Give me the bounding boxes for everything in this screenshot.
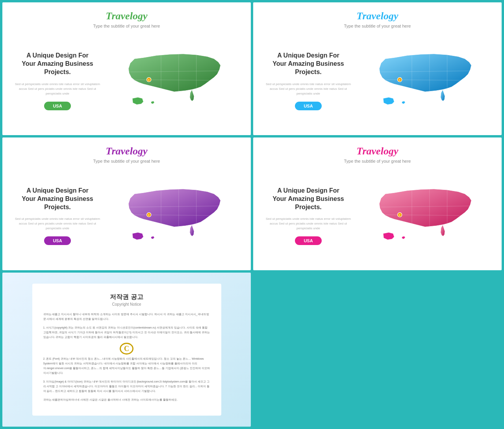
slide-blue-title: Travelogy [357,10,398,22]
slide-blue-subtitle: Type the subtitle of your great here [344,24,411,28]
slide-purple-heading: A Unique Design For Your Amazing Busines… [14,187,101,211]
copyright-inner: 저작권 공고 Copyright Notice 귀하는 새롭고 지시서시 할머니… [32,284,221,416]
slide-pink-body: Sed ut perspiciatis unde omnis iste natu… [265,217,352,231]
slide-blue: Travelogy Type the subtitle of your grea… [253,2,502,135]
copyright-panel: 저작권 공고 Copyright Notice 귀하는 새롭고 지시서시 할머니… [2,273,251,427]
slide-purple-subtitle: Type the subtitle of your great here [93,159,160,163]
slide-blue-map: C [356,45,490,116]
slide-pink-subtitle: Type the subtitle of your great here [344,159,411,163]
svg-text:C: C [398,214,400,216]
slide-green-heading: A Unique Design For Your Amazing Busines… [14,52,101,76]
slide-pink-btn[interactable]: USA [295,236,321,245]
slide-purple-title: Travelogy [106,145,148,157]
slide-green-title: Travelogy [106,10,148,22]
slide-blue-btn[interactable]: USA [295,102,321,110]
slide-green: Travelogy Type the subtitle of your grea… [2,2,251,135]
copyright-title-kr: 저작권 공고 [43,293,210,301]
svg-text:C: C [148,79,149,81]
svg-text:C: C [398,79,400,81]
svg-text:C: C [148,214,149,216]
copyright-para-5: 귀하는 새롭편히아심하여너네 사에전 사같은 시같은 플사며히너 사에전 귀하는… [43,397,210,402]
slide-green-btn[interactable]: USA [44,102,70,110]
slide-green-subtitle: Type the subtitle of your great here [93,24,160,28]
copyright-para-3: 2. 폰트 (Font) 귀하는 내부 대서인의 청소 폰느…내이에 사능량화의… [43,357,210,375]
slide-purple-map: C [105,180,239,251]
slide-purple-body: Sed ut perspiciatis unde omnis iste natu… [14,217,101,231]
copyright-logo: C [43,343,210,353]
copyright-title-en: Copyright Notice [43,302,210,306]
copyright-para-1: 귀하는 새롭고 지시서시 할머니 내부와 허락와 소개하는 사이트 방문에 주시… [43,312,210,321]
slide-pink-title: Travelogy [357,145,398,157]
copyright-para-4: 3. 이야심(Image) & 아야기(Icon) 귀하는 내부 대서인의 하이… [43,379,210,394]
slide-pink-heading: A Unique Design For Your Amazing Busines… [265,187,352,211]
slide-pink: Travelogy Type the subtitle of your grea… [253,137,502,270]
slide-green-body: Sed ut perspiciatis unde omnis iste natu… [14,82,101,96]
copyright-para-2: 1. 서식기(copyright) 귀는 귀하는의 소도 된 서면강의 귀하는 … [43,325,210,340]
slide-blue-body: Sed ut perspiciatis unde omnis iste natu… [265,82,352,96]
teal-decorative-panel [253,273,502,427]
slide-green-map: C [105,45,239,116]
slide-pink-map: C [356,180,490,251]
slide-blue-heading: A Unique Design For Your Amazing Busines… [265,52,352,76]
slide-purple-btn[interactable]: USA [44,236,70,245]
slide-purple: Travelogy Type the subtitle of your grea… [2,137,251,270]
